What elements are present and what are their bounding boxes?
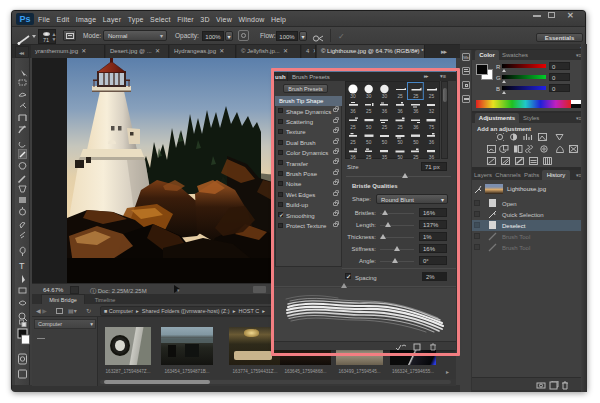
svg-text:T: T <box>19 261 25 271</box>
